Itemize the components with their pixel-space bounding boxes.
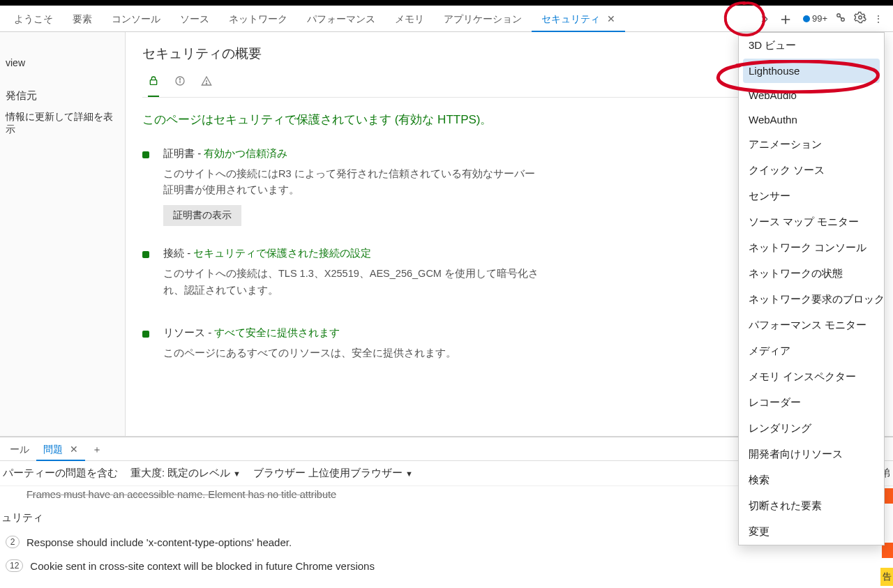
issues-count: 99+ [812, 13, 827, 24]
tab-memory[interactable]: メモリ [385, 6, 434, 32]
issue-count-badge: 12 [6, 559, 23, 572]
color-stub-yellow: 告 [880, 568, 893, 586]
menu-item[interactable]: レコーダー [739, 390, 884, 416]
show-certificate-button[interactable]: 証明書の表示 [163, 205, 241, 226]
svg-rect-3 [150, 80, 156, 85]
tab-console[interactable]: コンソール [102, 6, 170, 32]
chevron-down-icon: ▼ [405, 469, 413, 478]
menu-item[interactable]: パフォーマンス モニター [739, 312, 884, 338]
bottom-tab-issues[interactable]: 問題 ✕ [36, 437, 85, 461]
resources-desc: このページにあるすべてのリソースは、安全に提供されます。 [163, 345, 456, 361]
more-tabs-icon[interactable]: » [761, 11, 768, 26]
resources-title: リソース - すべて安全に提供されます [163, 326, 456, 340]
menu-item[interactable]: ネットワークの状態 [739, 261, 884, 287]
issues-dot-icon [803, 15, 810, 22]
connection-desc: このサイトへの接続は、TLS 1.3、X25519、AES_256_GCM を使… [163, 266, 540, 298]
tab-application[interactable]: アプリケーション [434, 6, 532, 32]
kebab-menu-icon[interactable]: ⋮ [873, 13, 883, 24]
tab-network[interactable]: ネットワーク [219, 6, 297, 32]
connection-title: 接続 - セキュリティで保護された接続の設定 [163, 247, 540, 260]
svg-point-6 [179, 79, 180, 80]
tab-sources[interactable]: ソース [170, 6, 219, 32]
menu-item[interactable]: メディア [739, 338, 884, 364]
issue-count-badge: 2 [6, 536, 20, 548]
close-icon[interactable]: ✕ [70, 444, 78, 455]
menu-item[interactable]: 検索 [739, 467, 884, 493]
menu-item[interactable]: アニメーション [739, 132, 884, 158]
svg-point-8 [206, 83, 207, 84]
filter-browser[interactable]: ブラウザー 上位使用ブラウザー▼ [253, 467, 413, 480]
status-bullet-icon [142, 151, 149, 158]
warning-icon[interactable] [201, 75, 212, 89]
tab-security[interactable]: セキュリティ ✕ [532, 6, 625, 32]
tab-performance[interactable]: パフォーマンス [297, 6, 385, 32]
close-icon[interactable]: ✕ [607, 13, 615, 24]
certificate-desc: このサイトへの接続にはR3 によって発行された信頼されている有効なサーバー証明書… [163, 166, 540, 198]
menu-item[interactable]: ネットワーク要求のブロック [739, 287, 884, 312]
info-icon[interactable] [174, 75, 186, 89]
issue-text: Response should include 'x-content-type-… [27, 536, 292, 548]
issue-row[interactable]: 12 Cookie sent in cross-site context wil… [0, 554, 893, 578]
tab-elements[interactable]: 要素 [63, 6, 102, 32]
sidebar-detail-hint: 情報に更新して詳細を表示 [0, 107, 125, 140]
status-bullet-icon [142, 331, 149, 338]
status-bullet-icon [142, 251, 149, 258]
menu-item[interactable]: WebAuthn [739, 107, 884, 132]
security-sidebar: view 発信元 情報に更新して詳細を表示 [0, 32, 126, 436]
lock-icon[interactable] [148, 75, 159, 97]
devtools-tab-strip: ようこそ 要素 コンソール ソース ネットワーク パフォーマンス メモリ アプリ… [0, 6, 893, 32]
menu-item[interactable]: クイック ソース [739, 158, 884, 183]
menu-item[interactable]: 3D ビュー [739, 33, 884, 59]
settings-icon[interactable] [854, 11, 866, 26]
menu-item[interactable]: 切断された要素 [739, 493, 884, 519]
menu-item[interactable]: 変更 [739, 519, 884, 545]
menu-item[interactable]: 開発者向けリソース [739, 442, 884, 467]
sidebar-origin-header: 発信元 [0, 85, 125, 107]
bottom-tab-partial[interactable]: ール [3, 437, 36, 461]
issues-indicator[interactable]: 99+ [803, 13, 827, 24]
filter-severity[interactable]: 重大度: 既定のレベル▼ [130, 467, 241, 480]
menu-item[interactable]: レンダリング [739, 416, 884, 442]
bottom-add-tab[interactable]: ＋ [85, 437, 109, 461]
menu-item[interactable]: センサー [739, 183, 884, 209]
certificate-title: 証明書 - 有効かつ信頼済み [163, 147, 540, 160]
sidebar-view[interactable]: view [0, 53, 125, 73]
menu-item[interactable]: ソース マップ モニター [739, 209, 884, 235]
chevron-down-icon: ▼ [233, 469, 241, 478]
activity-icon[interactable] [834, 11, 847, 26]
filter-thirdparty[interactable]: パーティーの問題を含む [3, 467, 118, 480]
menu-item[interactable]: メモリ インスペクター [739, 364, 884, 390]
tab-welcome[interactable]: ようこそ [4, 6, 63, 32]
menu-item[interactable]: ネットワーク コンソール [739, 235, 884, 261]
more-tools-menu: 3D ビューLighthouseWebAudioWebAuthnアニメーションク… [738, 32, 885, 545]
menu-item[interactable]: WebAudio [739, 83, 884, 107]
menu-item[interactable]: Lighthouse [743, 59, 880, 83]
tab-security-label: セキュリティ [541, 13, 600, 24]
issue-text: Cookie sent in cross-site context will b… [30, 560, 375, 572]
add-panel-button[interactable]: ＋ [775, 8, 796, 29]
svg-point-2 [859, 16, 862, 20]
